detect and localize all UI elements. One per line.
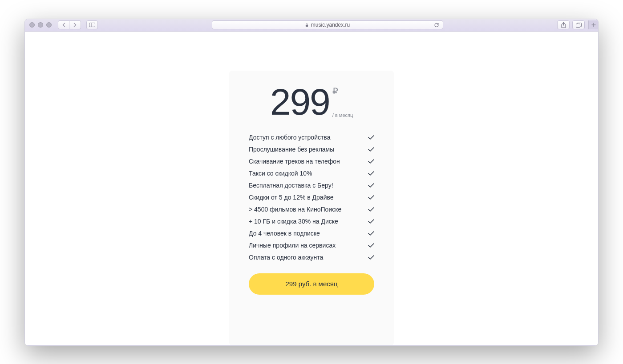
feature-text: Оплата с одного аккаунта bbox=[249, 254, 323, 261]
check-icon bbox=[368, 183, 374, 188]
price-currency: ₽ bbox=[332, 87, 338, 96]
maximize-window-button[interactable] bbox=[46, 22, 52, 28]
reload-button[interactable] bbox=[434, 22, 439, 28]
feature-text: Скачивание треков на телефон bbox=[249, 158, 340, 165]
window-controls bbox=[29, 22, 52, 28]
list-item: Такси со скидкой 10% bbox=[249, 170, 374, 177]
feature-text: Такси со скидкой 10% bbox=[249, 170, 312, 177]
feature-text: Скидки от 5 до 12% в Драйве bbox=[249, 194, 334, 201]
navigation-buttons bbox=[58, 20, 81, 29]
price-period: / в месяц bbox=[332, 112, 353, 118]
minimize-window-button[interactable] bbox=[38, 22, 43, 28]
feature-text: Доступ с любого устройства bbox=[249, 134, 330, 141]
svg-rect-3 bbox=[576, 24, 580, 27]
feature-text: Прослушивание без рекламы bbox=[249, 146, 334, 153]
tabs-icon bbox=[576, 23, 582, 28]
share-icon bbox=[561, 22, 566, 28]
check-icon bbox=[368, 255, 374, 260]
plus-icon bbox=[591, 23, 596, 27]
list-item: Личные профили на сервисах bbox=[249, 242, 374, 249]
list-item: Оплата с одного аккаунта bbox=[249, 254, 374, 261]
check-icon bbox=[368, 159, 374, 164]
svg-rect-2 bbox=[306, 24, 308, 26]
list-item: + 10 ГБ и скидка 30% на Диске bbox=[249, 218, 374, 225]
list-item: Доступ с любого устройства bbox=[249, 134, 374, 141]
reload-icon bbox=[434, 22, 439, 28]
browser-toolbar: music.yandex.ru bbox=[25, 19, 598, 32]
pricing-card: 299 ₽ / в месяц Доступ с любого устройст… bbox=[229, 71, 394, 345]
check-icon bbox=[368, 219, 374, 224]
list-item: Скачивание треков на телефон bbox=[249, 158, 374, 165]
chevron-left-icon bbox=[62, 23, 65, 27]
tabs-button[interactable] bbox=[572, 20, 585, 29]
list-item: Бесплатная доставка с Беру! bbox=[249, 182, 374, 189]
close-window-button[interactable] bbox=[29, 22, 35, 28]
feature-text: До 4 человек в подписке bbox=[249, 230, 320, 237]
check-icon bbox=[368, 231, 374, 236]
feature-text: > 4500 фильмов на КиноПоиске bbox=[249, 206, 341, 213]
lock-icon bbox=[305, 23, 308, 27]
toolbar-right bbox=[557, 20, 594, 29]
price-amount: 299 bbox=[270, 83, 330, 120]
svg-rect-0 bbox=[89, 23, 95, 27]
price-block: 299 ₽ / в месяц bbox=[249, 83, 374, 120]
subscribe-button[interactable]: 299 руб. в месяц bbox=[249, 273, 374, 295]
feature-text: Личные профили на сервисах bbox=[249, 242, 336, 249]
url-text: music.yandex.ru bbox=[311, 22, 350, 28]
address-bar[interactable]: music.yandex.ru bbox=[212, 20, 443, 29]
check-icon bbox=[368, 195, 374, 200]
chevron-right-icon bbox=[73, 23, 77, 27]
new-tab-button[interactable] bbox=[588, 20, 598, 29]
back-button[interactable] bbox=[58, 20, 69, 29]
check-icon bbox=[368, 171, 374, 176]
browser-window: music.yandex.ru 299 ₽ / в месяц bbox=[24, 19, 599, 346]
sidebar-icon bbox=[89, 23, 95, 27]
forward-button[interactable] bbox=[69, 20, 81, 29]
page-content: 299 ₽ / в месяц Доступ с любого устройст… bbox=[25, 32, 598, 345]
list-item: До 4 человек в подписке bbox=[249, 230, 374, 237]
feature-list: Доступ с любого устройства Прослушивание… bbox=[249, 134, 374, 261]
feature-text: + 10 ГБ и скидка 30% на Диске bbox=[249, 218, 338, 225]
check-icon bbox=[368, 207, 374, 212]
share-button[interactable] bbox=[557, 20, 570, 29]
list-item: > 4500 фильмов на КиноПоиске bbox=[249, 206, 374, 213]
price-meta: ₽ / в месяц bbox=[332, 87, 353, 118]
check-icon bbox=[368, 147, 374, 152]
check-icon bbox=[368, 243, 374, 248]
sidebar-toggle-button[interactable] bbox=[86, 20, 98, 29]
list-item: Прослушивание без рекламы bbox=[249, 146, 374, 153]
list-item: Скидки от 5 до 12% в Драйве bbox=[249, 194, 374, 201]
feature-text: Бесплатная доставка с Беру! bbox=[249, 182, 333, 189]
check-icon bbox=[368, 135, 374, 140]
